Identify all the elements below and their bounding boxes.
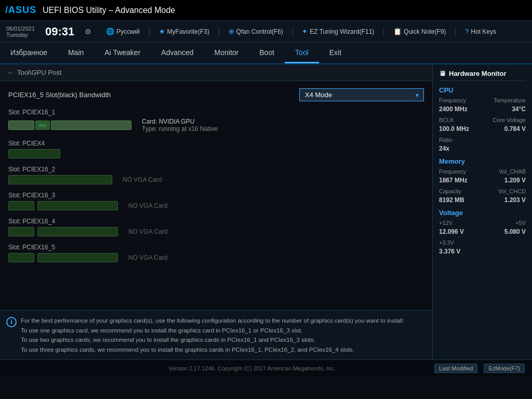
hw-monitor-sidebar: 🖥 Hardware Monitor CPU Frequency Tempera… <box>432 64 532 360</box>
main-layout: ← Tool\GPU Post PCIEX16_5 Slot(black) Ba… <box>0 64 532 360</box>
slot-pciex16-1-visual: ⊟⊟ Card: NVIDIA GPU Type: running at x16… <box>8 118 424 132</box>
nav-monitor[interactable]: Monitor <box>204 43 249 63</box>
language-selector[interactable]: 🌐 Русский <box>106 28 140 35</box>
nav-boot[interactable]: Boot <box>249 43 285 63</box>
content-area: ← Tool\GPU Post PCIEX16_5 Slot(black) Ba… <box>0 64 432 360</box>
cpu-bclk-label: BCLK <box>439 117 454 123</box>
volt-33-value-row: 3.376 V <box>439 248 526 255</box>
info-text: For the best performance of your graphic… <box>21 316 425 354</box>
slot-pciex16-5-visual: NO VGA Card <box>8 253 424 262</box>
version-text: Version 2.17.1246. Copyright (C) 2017 Am… <box>70 365 434 371</box>
cpu-freq-value: 2400 MHz <box>439 105 468 113</box>
slot-pciex16-1-card-type: Type: running at x16 Native <box>142 125 218 132</box>
slot-conn-long <box>51 121 131 130</box>
slot-pciex4-visual <box>8 149 424 158</box>
slot-pciex16-3-section: Slot: PCIEX16_3 NO VGA Card <box>8 192 424 210</box>
volt-33-value: 3.376 V <box>439 248 460 255</box>
cpu-bclk-corevolt-labels: BCLK Core Voltage <box>439 117 526 123</box>
cpu-corevolt-label: Core Voltage <box>493 117 526 123</box>
mem-volchab-label: Vol_CHAB <box>499 168 526 175</box>
slot-pciex16-4-conn-long <box>37 227 118 236</box>
volt-12-value: 12.096 V <box>439 228 464 235</box>
nav-bar: Избранное Main Ai Tweaker Advanced Monit… <box>0 43 532 64</box>
volt-5-value: 5.080 V <box>504 228 526 235</box>
mem-freq-label: Frequency <box>439 168 466 175</box>
hot-keys-btn[interactable]: ? Hot Keys <box>465 28 496 35</box>
volt-12-5-pair: +12V +5V 12.096 V 5.080 V <box>439 220 526 235</box>
breadcrumb-path: Tool\GPU Post <box>17 69 61 76</box>
info-box: i For the best performance of your graph… <box>0 310 432 360</box>
ez-tuning-btn[interactable]: ✦ EZ Tuning Wizard(F11) <box>302 28 374 35</box>
nav-advanced[interactable]: Advanced <box>151 43 204 63</box>
slot-pciex16-4-bar <box>8 227 118 236</box>
slot-pciex16-5-conn-short <box>8 253 34 262</box>
asus-logo: /ASUS <box>5 5 36 16</box>
slot-pciex16-3-conn-long <box>37 201 118 210</box>
slot-pciex16-4-conn-short <box>8 227 34 236</box>
volt-12-5-labels: +12V +5V <box>439 220 526 226</box>
slot-pciex16-2-visual: NO VGA Card <box>8 175 424 184</box>
cpu-freq-label: Frequency <box>439 97 466 103</box>
slot-pciex16-5-title: Slot: PCIEX16_5 <box>8 244 424 251</box>
back-arrow-icon[interactable]: ← <box>7 69 14 76</box>
monitor-icon: 🖥 <box>439 70 446 77</box>
cpu-ratio-value: 24x <box>439 145 449 152</box>
info-icon: i <box>6 317 17 327</box>
volt-12-label: +12V <box>439 220 453 226</box>
slot-pciex16-3-title: Slot: PCIEX16_3 <box>8 192 424 199</box>
cpu-ratio-value-row: 24x <box>439 145 526 152</box>
slot-pciex16-5-novga: NO VGA Card <box>128 254 167 261</box>
volt-5-label: +5V <box>515 220 526 226</box>
mem-cap-volchcd-pair: Capacity Vol_CHCD 8192 MB 1.203 V <box>439 188 526 204</box>
mem-cap-label: Capacity <box>439 188 461 194</box>
cpu-bclk-corevolt-pair: BCLK Core Voltage 100.0 MHz 0.784 V <box>439 117 526 132</box>
cpu-freq-temp-values: 2400 MHz 34°C <box>439 105 526 113</box>
memory-section-title: Memory <box>439 157 526 165</box>
slot-pciex16-2-novga: NO VGA Card <box>123 176 162 183</box>
pcie-mode-dropdown[interactable]: X4 Mode X1 Mode Auto <box>299 88 424 101</box>
nav-main[interactable]: Main <box>58 43 94 63</box>
slot-pciex16-2-conn <box>8 175 112 184</box>
slot-pciex4-bar <box>8 149 60 158</box>
wand-icon: ✦ <box>302 28 308 35</box>
slot-pciex16-1-title: Slot: PCIEX16_1 <box>8 109 424 116</box>
my-favorite-btn[interactable]: ★ MyFavorite(F3) <box>159 28 209 35</box>
settings-icon[interactable]: ⚙ <box>85 28 91 36</box>
slot-pciex16-1-card-name: Card: NVIDIA GPU <box>142 118 218 125</box>
cpu-ratio-label: Ratio <box>439 137 453 143</box>
quick-note-btn[interactable]: 📋 Quick Note(F9) <box>393 28 446 35</box>
slot-pciex16-5-section: Slot: PCIEX16_5 NO VGA Card <box>8 244 424 262</box>
status-bar: 06/01/2021 Tuesday 09:31 ⚙ 🌐 Русский | ★… <box>0 21 532 43</box>
qfan-btn[interactable]: ⊕ Qfan Control(F6) <box>229 28 283 35</box>
slot-pciex4-conn <box>8 149 60 158</box>
last-modified-btn[interactable]: Last Modified <box>434 364 477 373</box>
slot-pciex16-3-visual: NO VGA Card <box>8 201 424 210</box>
cpu-freq-temp-labels: Frequency Temperature <box>439 97 526 103</box>
nav-ai-tweaker[interactable]: Ai Tweaker <box>94 43 151 63</box>
slot-pciex16-2-title: Slot: PCIEX16_2 <box>8 166 424 173</box>
ez-mode-btn[interactable]: EzMode(F7) <box>484 364 525 373</box>
fan-icon: ⊕ <box>229 28 234 35</box>
date-display: 06/01/2021 Tuesday <box>6 25 35 38</box>
nav-exit[interactable]: Exit <box>319 43 352 63</box>
slot-conn-short <box>8 121 34 130</box>
cpu-temp-label: Temperature <box>494 97 526 103</box>
slot-pciex16-2-section: Slot: PCIEX16_2 NO VGA Card <box>8 166 424 184</box>
volt-33-label-row: +3.3V <box>439 240 526 246</box>
slot-pciex16-1-section: Slot: PCIEX16_1 ⊟⊟ Card: NVIDIA GPU Type… <box>8 109 424 132</box>
voltage-section-title: Voltage <box>439 209 526 217</box>
cpu-corevolt-value: 0.784 V <box>504 125 526 132</box>
slot-pciex16-3-novga: NO VGA Card <box>128 202 167 209</box>
slot-pciex16-4-novga: NO VGA Card <box>128 228 167 235</box>
hw-monitor-title: 🖥 Hardware Monitor <box>439 70 526 81</box>
cpu-temp-value: 34°C <box>512 105 526 113</box>
nav-izbrannoye[interactable]: Избранное <box>0 43 58 63</box>
slot-pciex16-4-visual: NO VGA Card <box>8 227 424 236</box>
pcie-mode-dropdown-wrapper: X4 Mode X1 Mode Auto <box>299 88 424 101</box>
volt-12-5-values: 12.096 V 5.080 V <box>439 228 526 235</box>
slot-pciex16-5-bar <box>8 253 118 262</box>
bottom-buttons: Last Modified EzMode(F7) <box>434 364 525 373</box>
cpu-section-title: CPU <box>439 86 526 94</box>
nav-tool[interactable]: Tool <box>285 43 319 63</box>
pcie-bandwidth-label: PCIEX16_5 Slot(black) Bandwidth <box>8 91 299 99</box>
